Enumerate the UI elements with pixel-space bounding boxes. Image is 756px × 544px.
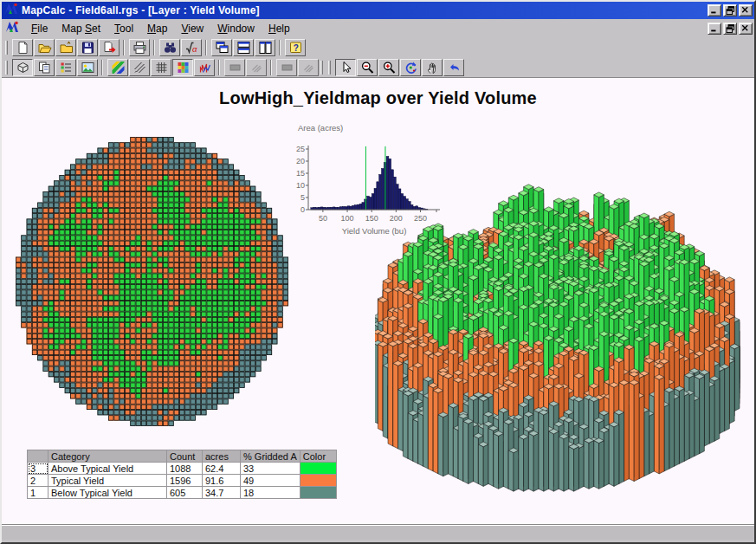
toolbar-separator: [270, 60, 272, 75]
legend-icon: [59, 61, 74, 74]
count-cell: 605: [167, 487, 203, 499]
binoculars-icon: [163, 41, 178, 55]
contour-map-button[interactable]: [129, 59, 150, 76]
capture-image-button[interactable]: [77, 59, 98, 76]
hist-bar: [352, 205, 355, 210]
folder-new-icon: [59, 41, 74, 55]
save-button[interactable]: [77, 39, 98, 56]
pan-button[interactable]: [422, 59, 443, 76]
map-calculator-button[interactable]: α: [181, 39, 202, 56]
menu-map-set[interactable]: Map Set: [55, 21, 107, 36]
restore-button[interactable]: [723, 4, 737, 16]
rotate-view-button[interactable]: [400, 59, 421, 76]
zoom-out-button[interactable]: [357, 59, 378, 76]
shaded-map-button[interactable]: [107, 59, 128, 76]
cascade-windows-button[interactable]: [211, 39, 232, 56]
color-swatch[interactable]: [300, 475, 336, 487]
close-button[interactable]: [739, 4, 753, 16]
new-map-set-button[interactable]: [12, 39, 33, 56]
open-folder-icon: [37, 41, 52, 55]
color-swatch[interactable]: [300, 463, 336, 475]
yield-map-3d[interactable]: [375, 159, 751, 492]
toolbar-grip[interactable]: [5, 61, 8, 74]
export-button[interactable]: [99, 39, 120, 56]
help-button[interactable]: ?: [285, 39, 306, 56]
menu-window[interactable]: Window: [210, 21, 262, 36]
menu-view[interactable]: View: [174, 21, 210, 36]
table-row[interactable]: 2Typical Yield159691.649: [28, 475, 337, 487]
print-button[interactable]: [129, 39, 150, 56]
document-logo-icon: [5, 20, 19, 37]
hist-bar: [340, 207, 343, 210]
menu-map[interactable]: Map: [140, 21, 174, 36]
view-title: LowHigh_Yieldmap over Yield Volume: [2, 88, 754, 108]
hist-bar: [367, 196, 370, 210]
hist-bar: [354, 205, 357, 210]
yield-map-2d[interactable]: [16, 137, 288, 426]
undo-view-button[interactable]: [443, 59, 464, 76]
grid-lines-button[interactable]: [151, 59, 171, 76]
table-row[interactable]: 3Above Typical Yield108862.433: [28, 463, 337, 475]
svg-text:100: 100: [341, 214, 354, 223]
profile-button[interactable]: [194, 59, 215, 76]
solid-fill-button: [224, 59, 245, 76]
toolbar-separator: [205, 40, 207, 55]
tile-horizontal-button[interactable]: [233, 39, 254, 56]
copy-map-button[interactable]: [34, 59, 55, 76]
cube-3d-icon: [16, 61, 30, 74]
help-icon: ?: [288, 41, 303, 55]
toolbar-grip[interactable]: [5, 41, 8, 55]
svg-text:10: 10: [296, 181, 305, 190]
zoom-out-icon: [360, 61, 375, 74]
export-icon: [102, 41, 117, 55]
menu-tool[interactable]: Tool: [107, 21, 140, 36]
svg-text:20: 20: [296, 157, 305, 165]
count-cell: 1596: [167, 475, 203, 487]
menu-file[interactable]: File: [24, 21, 55, 36]
color-swatch[interactable]: [300, 487, 336, 499]
row-number: 2: [28, 475, 48, 487]
hatch-swatch-icon: [249, 61, 264, 74]
toolbar-grip[interactable]: [320, 61, 323, 74]
svg-text:?: ?: [293, 43, 298, 53]
map-legend-button[interactable]: [55, 59, 76, 76]
view-3d-button[interactable]: [12, 59, 33, 76]
toolbar-grip[interactable]: [328, 61, 331, 74]
row-number: 3: [28, 463, 48, 475]
minimize-button[interactable]: [708, 4, 721, 16]
shaded-map-icon: [111, 61, 126, 74]
contour-lines-icon: [132, 61, 147, 74]
doc-restore-button[interactable]: [723, 23, 737, 35]
table-row[interactable]: 1Below Typical Yield60534.718: [28, 487, 337, 499]
print-icon: [132, 41, 147, 55]
restore-icon: [725, 23, 736, 35]
acres-cell: 62.4: [203, 463, 241, 475]
column-header-category: Category: [48, 450, 167, 463]
tile-vertical-button[interactable]: [255, 39, 275, 56]
svg-text:50: 50: [319, 214, 327, 223]
find-button[interactable]: [159, 39, 180, 56]
column-header-count: Count: [167, 450, 203, 463]
toolbar-separator: [153, 40, 155, 55]
open-map-set-button[interactable]: [34, 39, 55, 56]
select-tool-button[interactable]: [335, 59, 356, 76]
doc-close-button[interactable]: [739, 23, 753, 35]
doc-minimize-button[interactable]: [708, 23, 721, 35]
minimize-icon: [709, 5, 720, 16]
toolbar-separator: [279, 40, 281, 55]
close-map-set-button[interactable]: [55, 39, 76, 56]
minimize-icon: [709, 23, 720, 34]
svg-text:5: 5: [300, 193, 305, 202]
grid-map-button[interactable]: [172, 59, 193, 76]
zoom-in-button[interactable]: [378, 59, 399, 76]
pct-cell: 49: [241, 475, 300, 487]
profile-icon: [197, 61, 212, 74]
menu-help[interactable]: Help: [262, 21, 297, 36]
rotate-icon: [404, 61, 418, 74]
map-view-area: LowHigh_Yieldmap over Yield Volume Area …: [2, 77, 754, 524]
hist-bar: [369, 197, 372, 210]
svg-text:25: 25: [296, 145, 305, 153]
mapcalc-logo-icon: [4, 2, 18, 19]
close-icon: [740, 5, 751, 16]
cursor-icon: [339, 61, 353, 74]
